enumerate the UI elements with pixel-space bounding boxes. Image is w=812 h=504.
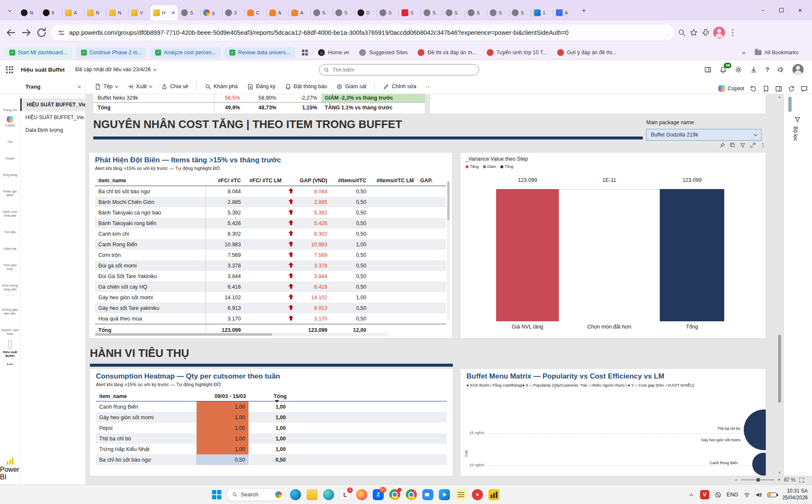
reset-icon[interactable] [750, 85, 757, 92]
canvas-scrollbar[interactable]: ▲ ▼ [778, 94, 781, 476]
focus-mode-icon[interactable] [750, 142, 756, 148]
notifications-icon[interactable]: 68 [720, 66, 727, 73]
toolbar-more-icon[interactable]: ⋯ [422, 81, 435, 92]
scatter-bubble[interactable] [744, 409, 766, 450]
rail-item-bolt[interactable]: Thời gian thực [0, 253, 20, 273]
edge-beta-icon[interactable] [323, 489, 334, 500]
page-tab[interactable]: HIỆU SUẤT BUFFET_Vie... [20, 98, 85, 111]
browser-tab[interactable]: S [377, 5, 399, 20]
close-button[interactable]: ✕ [791, 0, 809, 20]
spike-detection-table[interactable]: Phát Hiện Đột Biến — Items tăng >15% vs … [89, 153, 452, 338]
browser-tab[interactable]: S [443, 5, 465, 20]
table-vertical-scrollbar[interactable] [447, 181, 450, 320]
table-row[interactable]: Bánh Takoyaki rong biển5.4265.4260,50 [95, 218, 446, 228]
bookmark-star-icon[interactable] [689, 28, 698, 37]
download-icon[interactable] [750, 66, 757, 73]
rail-item-onelake[interactable]: Danh mục OneLake [0, 199, 20, 220]
waffle-menu-icon[interactable] [6, 66, 13, 73]
scatter-bubble[interactable] [752, 453, 766, 476]
bookmark-item[interactable]: Suggested Sites [356, 49, 411, 56]
browser-tab[interactable]: S [399, 5, 421, 20]
file-explorer-icon[interactable] [307, 489, 318, 500]
browser-tab[interactable]: S [421, 5, 443, 20]
rail-item-trophy[interactable]: Phiếu ghi điểm [0, 179, 20, 199]
browser-tab[interactable]: S [509, 5, 531, 20]
rail-item-book[interactable]: Tìm hiểu [0, 220, 20, 236]
search-input[interactable] [332, 67, 474, 73]
hidden-icons-chevron[interactable] [688, 492, 695, 498]
back-icon[interactable] [5, 27, 17, 39]
collapse-pages-icon[interactable]: « [78, 83, 81, 90]
taskbar-search[interactable]: Search [226, 488, 285, 501]
scrollbar-thumb[interactable] [778, 335, 781, 403]
rail-item-nodes[interactable]: Khối lượng công việc [0, 273, 20, 293]
column-header[interactable]: #FC/ #TC [206, 178, 243, 184]
browser-tab-active[interactable]: H✕ [150, 5, 178, 20]
bookmark-chip[interactable]: ✓Continue Phase 2 m... [76, 47, 147, 58]
wifi-icon[interactable] [744, 492, 750, 498]
table-horizontal-scrollbar[interactable] [95, 333, 388, 336]
rail-item-compass[interactable]: Giám sát [0, 236, 20, 253]
toolbar-button-monitor[interactable]: Giám sát [332, 81, 370, 92]
table-row[interactable]: Canh Rong Biển10.98310.9831,00 [95, 239, 446, 250]
filters-funnel-icon[interactable] [794, 116, 801, 123]
copy-icon[interactable] [730, 142, 735, 148]
table-row[interactable]: Canh kim chi8.3028.3020,50 [95, 228, 446, 239]
global-search-box[interactable] [319, 64, 479, 75]
refresh-visuals-icon[interactable] [788, 85, 795, 92]
new-tab-button[interactable]: + [578, 5, 589, 16]
browser-profile-avatar[interactable] [713, 27, 725, 39]
url-bar[interactable]: app.powerbi.com/groups/df0b8997-7710-420… [51, 25, 674, 41]
bookmarks-overflow-icon[interactable]: » [742, 49, 745, 56]
table-row[interactable]: Bánh Takoyaki cá ngừ bào5.3925.3920,50 [95, 207, 446, 218]
table-row[interactable]: Hoa quả theo mùa3.1703.1700,50 [95, 313, 446, 324]
reload-icon[interactable] [36, 27, 47, 39]
zoom-in-button[interactable]: + [778, 477, 781, 483]
settings-gear-icon[interactable] [735, 66, 742, 73]
bookmark-chip[interactable]: ✓Review data univers... [224, 47, 295, 58]
zoom-search-icon[interactable] [678, 28, 686, 37]
all-bookmarks-button[interactable]: All Bookmarks [751, 50, 802, 56]
table-row[interactable]: Ba chỉ bò sốt bào ngư8.0448.0440,50 [95, 186, 446, 197]
pin-icon[interactable] [720, 142, 725, 148]
volume-icon[interactable] [756, 492, 762, 498]
bookmark-item[interactable]: Gợi ý đáp án đề thi... [554, 49, 620, 56]
table-row[interactable]: Đùi gà sốt momi3.3783.3780,50 [95, 260, 446, 271]
column-header[interactable]: 09/03 - 15/03 [197, 393, 248, 399]
column-header[interactable]: #Items/#TC [330, 178, 369, 184]
rail-item-plus[interactable]: Tạo [0, 129, 20, 146]
site-settings-icon[interactable] [58, 29, 65, 36]
view-mode-icon[interactable] [775, 85, 782, 92]
extensions-icon[interactable] [701, 28, 710, 37]
table-row[interactable]: Đùi Gà Sốt Tare Yakiniku3.8443.8440,50 [95, 271, 446, 281]
table-row[interactable]: Cơm trộn7.5697.5690,50 [95, 250, 446, 260]
page-tab[interactable]: HIỆU SUẤT BUFFET_Vie... [20, 111, 85, 124]
variance-waterfall-chart[interactable]: _Variance Value theo Step TăngGiảmTổng 1… [460, 153, 766, 338]
language-indicator[interactable]: ENG [727, 492, 738, 498]
toolbar-button-bell[interactable]: Đặt thông báo [281, 81, 331, 92]
browser-tab[interactable]: A [553, 5, 575, 20]
browser-tab[interactable]: S [332, 5, 354, 20]
data-refresh-note[interactable]: Đã cập nhật dữ liệu vào 23/4/26 [75, 67, 156, 72]
bookmarks-visual-icon[interactable] [762, 85, 770, 92]
photos-icon[interactable] [472, 489, 483, 500]
table-row[interactable]: Bánh Mochi Chiên Giòn2.8852.8850,50 [95, 197, 446, 207]
column-header[interactable]: GAP (VND) [284, 178, 330, 184]
rail-item-people[interactable]: Report_Ops New [0, 317, 20, 338]
bookmark-chip[interactable]: ✓Start Mt dashboard... [4, 47, 73, 58]
chrome-2-icon[interactable] [406, 489, 417, 500]
start-button[interactable] [212, 490, 221, 499]
browser-tab[interactable]: N [106, 5, 128, 20]
copilot-button[interactable]: Copilot [718, 85, 744, 92]
help-icon[interactable]: ? [765, 66, 769, 73]
browser-tab[interactable]: S [310, 5, 332, 20]
bookmark-apps-grid-icon[interactable] [302, 50, 308, 56]
table-row[interactable]: Pepsi1,001,00 [96, 423, 447, 433]
reading-view-icon[interactable] [704, 66, 712, 73]
spike-table-header[interactable]: item_name#FC/ #TC#FC/ #TC LMGAP (VND)#It… [95, 175, 446, 186]
table-row[interactable]: Gáy heo giòn sốt momi14.10214.1021,00 [95, 292, 446, 303]
edge-icon[interactable] [290, 489, 301, 500]
table-row[interactable]: Gáy heo giòn sốt momi1,001,00 [96, 412, 447, 423]
libreoffice-icon[interactable]: L3 [340, 489, 351, 500]
column-header[interactable]: item_name [96, 393, 197, 399]
